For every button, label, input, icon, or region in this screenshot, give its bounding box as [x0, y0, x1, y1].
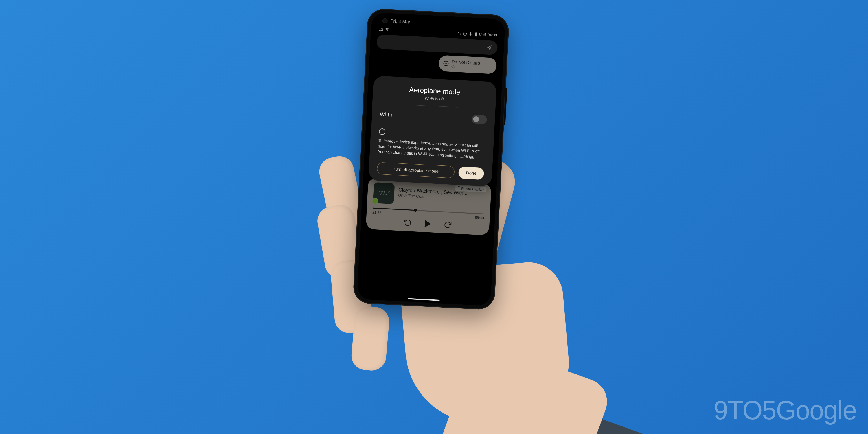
divider [410, 105, 458, 107]
airplane-icon [468, 32, 473, 36]
dnd-status-icon [463, 32, 467, 36]
output-chip-label: Phone speaker [461, 187, 484, 191]
source-app-badge [372, 197, 378, 204]
qs-tile-dnd[interactable]: − Do Not Disturb On [438, 55, 497, 74]
svg-rect-6 [458, 187, 460, 190]
forward-icon[interactable] [444, 221, 452, 229]
wifi-toggle-switch[interactable] [472, 115, 487, 124]
status-time: 13:20 [378, 27, 390, 32]
album-art: UNDR THE COSH [373, 182, 395, 204]
aeroplane-mode-dialog: Aeroplane mode Wi-Fi is off Wi-Fi i To i… [368, 75, 497, 186]
media-elapsed-time: 21:28 [372, 210, 382, 215]
power-button [503, 88, 507, 125]
svg-rect-3 [475, 32, 476, 32]
media-player-card[interactable]: Phone speaker UNDR THE COSH Clayton Blac… [366, 177, 492, 236]
turn-off-aeroplane-button[interactable]: Turn off aeroplane mode [377, 162, 455, 178]
status-icons-cluster: Until 04:00 [457, 31, 497, 38]
info-description: To improve device experience, apps and s… [378, 138, 486, 160]
watermark-text: 9TO5Google [713, 396, 857, 425]
phone-speaker-icon [458, 186, 460, 190]
until-time-label: Until 04:00 [479, 32, 497, 37]
dnd-tile-icon: − [443, 61, 449, 66]
done-button[interactable]: Done [458, 166, 484, 180]
svg-point-5 [489, 46, 491, 49]
rewind-icon[interactable] [404, 219, 412, 226]
svg-rect-4 [475, 33, 477, 36]
info-icon: i [379, 128, 385, 135]
dnd-off-icon [457, 31, 461, 36]
media-duration-time: 58:43 [475, 216, 484, 220]
play-button[interactable] [425, 220, 431, 228]
photo-scene: Fri, 4 Mar 13:20 Until 04:00 [304, 0, 564, 434]
wifi-toggle-label: Wi-Fi [380, 111, 392, 118]
battery-icon [474, 32, 477, 37]
phone-screen: Fri, 4 Mar 13:20 Until 04:00 [357, 12, 505, 306]
brightness-icon [486, 44, 493, 51]
change-link[interactable]: Change [461, 154, 474, 159]
phone-frame: Fri, 4 Mar 13:20 Until 04:00 [353, 8, 510, 310]
